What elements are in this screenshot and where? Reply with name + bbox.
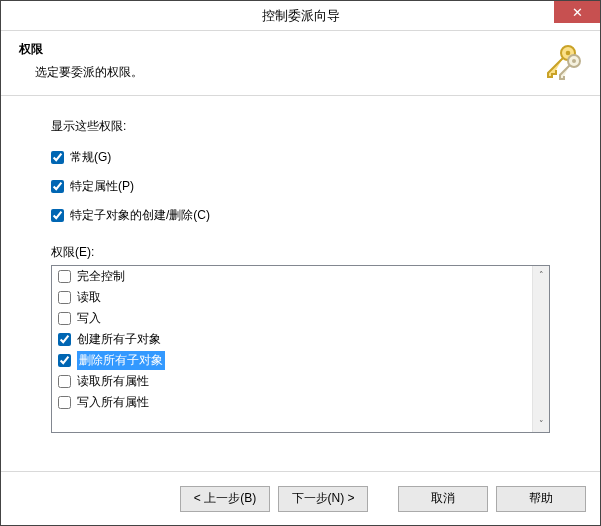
permission-checkbox[interactable] — [58, 375, 71, 388]
permission-label: 完全控制 — [77, 268, 125, 285]
permission-label: 读取所有属性 — [77, 373, 149, 390]
chevron-down-icon: ˅ — [539, 419, 544, 429]
permission-item[interactable]: 删除所有子对象 — [52, 350, 532, 371]
permission-label: 写入所有属性 — [77, 394, 149, 411]
titlebar: 控制委派向导 ✕ — [1, 1, 600, 31]
back-button[interactable]: < 上一步(B) — [180, 486, 270, 512]
filter-property-label: 特定属性(P) — [70, 178, 134, 195]
keys-icon — [538, 41, 582, 81]
show-permissions-label: 显示这些权限: — [51, 118, 550, 135]
cancel-button[interactable]: 取消 — [398, 486, 488, 512]
window-title: 控制委派向导 — [262, 7, 340, 25]
permissions-label: 权限(E): — [51, 244, 550, 261]
header-text: 权限 选定要委派的权限。 — [19, 41, 143, 81]
permission-item[interactable]: 读取所有属性 — [52, 371, 532, 392]
filter-child-objects-checkbox[interactable] — [51, 209, 64, 222]
filter-child-objects[interactable]: 特定子对象的创建/删除(C) — [51, 207, 550, 224]
scroll-up-button[interactable]: ˄ — [533, 266, 549, 283]
page-title: 权限 — [19, 41, 143, 58]
permission-item[interactable]: 写入 — [52, 308, 532, 329]
filter-property[interactable]: 特定属性(P) — [51, 178, 550, 195]
scroll-down-button[interactable]: ˅ — [533, 415, 549, 432]
scrollbar[interactable]: ˄ ˅ — [532, 266, 549, 432]
permission-checkbox[interactable] — [58, 333, 71, 346]
page-subtitle: 选定要委派的权限。 — [19, 64, 143, 81]
permission-checkbox[interactable] — [58, 270, 71, 283]
permission-checkbox[interactable] — [58, 291, 71, 304]
permission-label: 写入 — [77, 310, 101, 327]
permission-label: 读取 — [77, 289, 101, 306]
wizard-footer: < 上一步(B) 下一步(N) > 取消 帮助 — [1, 471, 600, 525]
permission-label: 删除所有子对象 — [77, 351, 165, 370]
filter-general-checkbox[interactable] — [51, 151, 64, 164]
filter-general[interactable]: 常规(G) — [51, 149, 550, 166]
permission-item[interactable]: 创建所有子对象 — [52, 329, 532, 350]
close-button[interactable]: ✕ — [554, 1, 600, 23]
wizard-header: 权限 选定要委派的权限。 — [1, 31, 600, 96]
filter-general-label: 常规(G) — [70, 149, 111, 166]
help-button[interactable]: 帮助 — [496, 486, 586, 512]
permission-checkbox[interactable] — [58, 312, 71, 325]
close-icon: ✕ — [572, 5, 583, 20]
permission-checkbox[interactable] — [58, 354, 71, 367]
permissions-listbox[interactable]: 完全控制读取写入创建所有子对象删除所有子对象读取所有属性写入所有属性 ˄ ˅ — [51, 265, 550, 433]
permission-checkbox[interactable] — [58, 396, 71, 409]
svg-point-1 — [566, 51, 571, 56]
wizard-body: 显示这些权限: 常规(G) 特定属性(P) 特定子对象的创建/删除(C) 权限(… — [1, 96, 600, 443]
permission-label: 创建所有子对象 — [77, 331, 161, 348]
next-button[interactable]: 下一步(N) > — [278, 486, 368, 512]
permission-item[interactable]: 读取 — [52, 287, 532, 308]
permissions-list[interactable]: 完全控制读取写入创建所有子对象删除所有子对象读取所有属性写入所有属性 — [52, 266, 532, 432]
chevron-up-icon: ˄ — [539, 270, 544, 280]
permission-item[interactable]: 写入所有属性 — [52, 392, 532, 413]
permission-item[interactable]: 完全控制 — [52, 266, 532, 287]
svg-point-3 — [572, 59, 576, 63]
scroll-track[interactable] — [533, 283, 549, 415]
filter-child-objects-label: 特定子对象的创建/删除(C) — [70, 207, 210, 224]
filter-property-checkbox[interactable] — [51, 180, 64, 193]
